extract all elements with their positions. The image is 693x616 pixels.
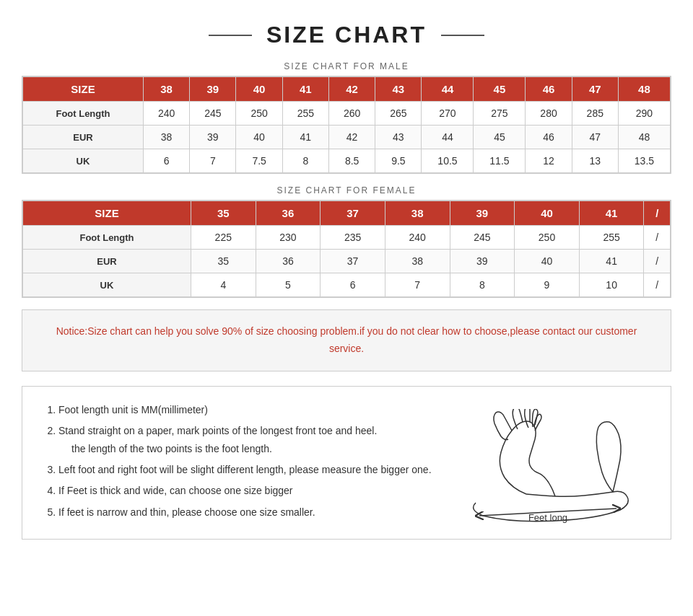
- male-header-row: SIZE3839404142434445464748: [23, 77, 671, 102]
- instruction-item: Foot length unit is MM(millimeter): [58, 401, 432, 419]
- row-cell: 5: [256, 273, 321, 297]
- row-cell: 41: [579, 250, 644, 273]
- row-cell: 7: [190, 149, 236, 173]
- row-cell: 235: [321, 226, 385, 250]
- feet-long-label: Feet long: [528, 512, 567, 523]
- row-cell: /: [644, 250, 671, 273]
- row-cell: 250: [515, 226, 580, 250]
- male-size-table: SIZE3839404142434445464748 Foot Length24…: [22, 76, 671, 173]
- row-cell: 8: [450, 273, 515, 297]
- row-cell: 42: [328, 126, 375, 149]
- row-label: Foot Length: [23, 226, 191, 250]
- male-header-cell: 43: [375, 77, 422, 102]
- row-cell: 10: [579, 273, 644, 297]
- row-cell: 9.5: [375, 149, 422, 173]
- row-label: Foot Length: [23, 102, 144, 126]
- row-cell: 290: [618, 102, 670, 126]
- male-header-cell: 40: [236, 77, 282, 102]
- row-cell: 39: [190, 126, 236, 149]
- row-cell: 260: [328, 102, 375, 126]
- male-header-cell: SIZE: [23, 77, 144, 102]
- row-cell: 48: [618, 126, 670, 149]
- row-cell: 7.5: [236, 149, 282, 173]
- male-header-cell: 46: [526, 77, 572, 102]
- table-row: Foot Length24024525025526026527027528028…: [23, 102, 671, 126]
- male-header-cell: 38: [143, 77, 189, 102]
- page-wrapper: SIZE CHART SIZE CHART FOR MALE SIZE38394…: [0, 0, 693, 554]
- row-cell: 6: [321, 273, 385, 297]
- row-label: UK: [23, 273, 191, 297]
- title-row: SIZE CHART: [22, 22, 671, 48]
- foot-svg-wrapper: Feet long: [454, 409, 642, 524]
- male-header-cell: 39: [190, 77, 236, 102]
- row-cell: 39: [450, 250, 515, 273]
- table-row: EUR3839404142434445464748: [23, 126, 671, 149]
- instruction-sub-item: the length of the two points is the foot…: [71, 440, 432, 458]
- row-cell: 255: [282, 102, 328, 126]
- female-table-body: Foot Length225230235240245250255/EUR3536…: [23, 226, 671, 297]
- row-cell: 245: [450, 226, 515, 250]
- male-header-cell: 41: [282, 77, 328, 102]
- table-row: UK45678910/: [23, 273, 671, 297]
- male-header-cell: 45: [474, 77, 526, 102]
- foot-illustration-svg: Feet long: [454, 409, 642, 524]
- instruction-item: Left foot and right foot will be slight …: [58, 461, 432, 479]
- row-cell: 41: [282, 126, 328, 149]
- row-cell: 43: [375, 126, 422, 149]
- instructions-ol: Foot length unit is MM(millimeter)Stand …: [44, 401, 432, 522]
- row-cell: 40: [515, 250, 580, 273]
- row-cell: 7: [385, 273, 450, 297]
- instruction-item: Stand straight on a paper, mark points o…: [58, 422, 432, 458]
- male-header-cell: 48: [618, 77, 670, 102]
- row-cell: 8: [282, 149, 328, 173]
- female-header-cell: 38: [385, 201, 450, 226]
- row-cell: 37: [321, 250, 385, 273]
- female-section-label: SIZE CHART FOR FEMALE: [22, 185, 671, 195]
- female-header-cell: 39: [450, 201, 515, 226]
- male-table-body: Foot Length24024525025526026527027528028…: [23, 102, 671, 173]
- row-cell: 240: [143, 102, 189, 126]
- female-header-cell: 36: [256, 201, 321, 226]
- row-cell: 40: [236, 126, 282, 149]
- row-cell: 275: [474, 102, 526, 126]
- row-cell: 4: [191, 273, 256, 297]
- female-header-cell: /: [644, 201, 671, 226]
- table-row: EUR35363738394041/: [23, 250, 671, 273]
- row-cell: 45: [474, 126, 526, 149]
- row-cell: 250: [236, 102, 282, 126]
- table-row: UK677.588.59.510.511.5121313.5: [23, 149, 671, 173]
- row-cell: 46: [526, 126, 572, 149]
- row-cell: 240: [385, 226, 450, 250]
- row-label: EUR: [23, 126, 144, 149]
- male-header-cell: 44: [422, 77, 474, 102]
- row-cell: 245: [190, 102, 236, 126]
- row-cell: 10.5: [422, 149, 474, 173]
- row-cell: 265: [375, 102, 422, 126]
- male-header-cell: 47: [572, 77, 618, 102]
- title-line-right: [441, 35, 484, 36]
- instruction-item: If feet is narrow and thin, please choos…: [58, 503, 432, 522]
- row-cell: 38: [385, 250, 450, 273]
- row-label: UK: [23, 149, 144, 173]
- female-table-wrapper: SIZE35363738394041/ Foot Length225230235…: [22, 200, 671, 298]
- notice-text: Notice:Size chart can help you solve 90%…: [44, 323, 649, 358]
- row-cell: /: [644, 273, 671, 297]
- title-line-left: [209, 35, 252, 36]
- instructions-section: Foot length unit is MM(millimeter)Stand …: [22, 386, 671, 540]
- female-header-cell: 35: [191, 201, 256, 226]
- male-section-label: SIZE CHART FOR MALE: [22, 61, 671, 71]
- row-cell: 13: [572, 149, 618, 173]
- row-cell: 38: [143, 126, 189, 149]
- instruction-item: If Feet is thick and wide, can choose on…: [58, 482, 432, 500]
- row-cell: 44: [422, 126, 474, 149]
- female-header-row: SIZE35363738394041/: [23, 201, 671, 226]
- row-cell: /: [644, 226, 671, 250]
- female-header-cell: 41: [579, 201, 644, 226]
- notice-box: Notice:Size chart can help you solve 90%…: [22, 309, 671, 371]
- row-cell: 35: [191, 250, 256, 273]
- female-header-cell: SIZE: [23, 201, 191, 226]
- instructions-list: Foot length unit is MM(millimeter)Stand …: [44, 401, 432, 524]
- row-cell: 13.5: [618, 149, 670, 173]
- row-cell: 9: [515, 273, 580, 297]
- page-title: SIZE CHART: [266, 22, 427, 48]
